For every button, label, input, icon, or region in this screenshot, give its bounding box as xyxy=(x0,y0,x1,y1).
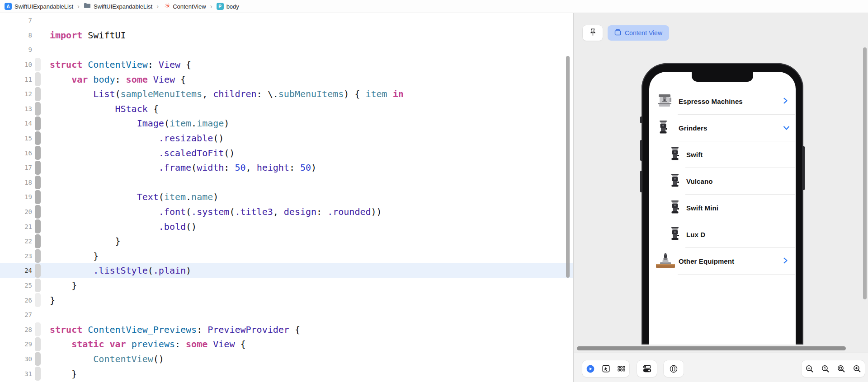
canvas-horizontal-scrollbar[interactable] xyxy=(577,346,846,350)
list-row-grinders[interactable]: Grinders xyxy=(649,115,796,141)
fold-ribbon xyxy=(35,102,41,116)
breadcrumb-item-swiftuiexpandablelist[interactable]: ASwiftUIExpandableList xyxy=(5,3,73,10)
code-line-9[interactable]: 9 xyxy=(0,42,573,57)
fold-ribbon xyxy=(35,87,41,101)
fold-ribbon xyxy=(35,205,41,219)
code-line-19[interactable]: 19 Text(item.name) xyxy=(0,190,573,205)
line-number: 13 xyxy=(0,105,32,112)
code-text: .resizable() xyxy=(50,133,224,144)
code-text: Text(item.name) xyxy=(50,191,218,202)
breadcrumb-label: body xyxy=(226,3,239,10)
grid-variants-button[interactable] xyxy=(618,365,625,373)
code-line-27[interactable]: 27 xyxy=(0,307,573,322)
device-settings-icon xyxy=(670,365,678,373)
code-text: } xyxy=(50,236,121,247)
code-line-23[interactable]: 23 } xyxy=(0,249,573,264)
code-line-8[interactable]: 8import SwiftUI xyxy=(0,28,573,43)
code-line-25[interactable]: 25 } xyxy=(0,278,573,293)
code-line-7[interactable]: 7 xyxy=(0,13,573,28)
line-number: 17 xyxy=(0,164,32,171)
volume-down-button xyxy=(640,171,642,192)
volume-up-button xyxy=(640,140,642,161)
line-number: 14 xyxy=(0,120,32,127)
breadcrumb-item-contentview[interactable]: ContentView xyxy=(163,2,206,11)
fold-ribbon xyxy=(35,161,41,175)
code-line-30[interactable]: 30 ContentView() xyxy=(0,352,573,367)
canvas-vertical-scrollbar[interactable] xyxy=(863,47,867,299)
live-preview-button[interactable] xyxy=(586,365,594,373)
zoom-fit-button[interactable] xyxy=(837,365,845,373)
variants-button[interactable] xyxy=(637,360,657,377)
code-text: struct ContentView: View { xyxy=(50,59,191,70)
device-settings-button[interactable] xyxy=(664,360,684,377)
breadcrumb-item-body[interactable]: Pbody xyxy=(217,3,239,10)
code-line-20[interactable]: 20 .font(.system(.title3, design: .round… xyxy=(0,205,573,219)
grinder-image xyxy=(669,200,681,216)
row-label: Espresso Machines xyxy=(679,88,743,115)
zoom-out-button[interactable] xyxy=(806,365,814,373)
breadcrumb-label: SwiftUIExpandableList xyxy=(94,3,152,10)
row-label: Lux D xyxy=(686,221,705,248)
code-line-28[interactable]: 28struct ContentView_Previews: PreviewPr… xyxy=(0,322,573,337)
editor-scrollbar[interactable] xyxy=(566,56,570,278)
code-line-26[interactable]: 26} xyxy=(0,293,573,307)
zoom-controls-group xyxy=(802,360,865,377)
row-label: Swift Mini xyxy=(686,195,718,221)
fold-ribbon xyxy=(35,337,41,351)
code-line-10[interactable]: 10struct ContentView: View { xyxy=(0,57,573,72)
code-line-11[interactable]: 11 var body: some View { xyxy=(0,72,573,87)
list-row-swift[interactable]: Swift xyxy=(649,141,796,168)
zoom-100-button[interactable] xyxy=(821,365,830,373)
breadcrumb: ASwiftUIExpandableList›SwiftUIExpandable… xyxy=(5,2,239,11)
line-number: 21 xyxy=(0,223,32,230)
list-row-espresso-machines[interactable]: Espresso Machines xyxy=(649,88,796,115)
line-number: 12 xyxy=(0,90,32,98)
grinder-image xyxy=(657,121,669,136)
preview-tab-content-view[interactable]: Content View xyxy=(608,25,669,41)
row-label: Other Equipment xyxy=(679,248,734,275)
code-line-14[interactable]: 14 Image(item.image) xyxy=(0,116,573,131)
espresso-machine-image xyxy=(657,94,673,109)
fold-ribbon xyxy=(35,58,41,72)
line-number: 8 xyxy=(0,32,32,39)
code-line-16[interactable]: 16 .scaledToFit() xyxy=(0,145,573,160)
list-row-swift-mini[interactable]: Swift Mini xyxy=(649,195,796,221)
row-separator xyxy=(678,274,795,275)
source-editor[interactable]: 78import SwiftUI910struct ContentView: V… xyxy=(0,13,573,382)
xcode-window: ASwiftUIExpandableList›SwiftUIExpandable… xyxy=(0,0,868,382)
grinder-image xyxy=(669,227,681,242)
breadcrumb-item-swiftuiexpandablelist[interactable]: SwiftUIExpandableList xyxy=(84,2,152,10)
chevron-right-icon xyxy=(783,257,788,266)
fold-ribbon xyxy=(35,234,41,248)
line-number: 9 xyxy=(0,46,32,53)
iphone-notch xyxy=(692,72,753,82)
list-row-vulcano[interactable]: Vulcano xyxy=(649,168,796,195)
line-number: 24 xyxy=(0,267,32,274)
code-text: struct ContentView_Previews: PreviewProv… xyxy=(50,324,300,335)
code-line-31[interactable]: 31 } xyxy=(0,366,573,381)
fold-ribbon xyxy=(35,116,41,130)
list-row-other-equipment[interactable]: Other Equipment xyxy=(649,248,796,275)
code-line-21[interactable]: 21 .bold() xyxy=(0,219,573,234)
code-line-13[interactable]: 13 HStack { xyxy=(0,102,573,116)
power-button xyxy=(803,146,805,190)
code-line-24[interactable]: 24 .listStyle(.plain) xyxy=(0,263,573,278)
fold-ribbon xyxy=(35,293,41,307)
line-number: 16 xyxy=(0,149,32,157)
line-number: 11 xyxy=(0,76,32,83)
code-line-22[interactable]: 22 } xyxy=(0,234,573,249)
list-row-lux-d[interactable]: Lux D xyxy=(649,221,796,248)
zoom-in-button[interactable] xyxy=(853,365,861,373)
code-text: HStack { xyxy=(50,103,159,114)
fold-ribbon xyxy=(35,264,41,278)
pin-preview-button[interactable] xyxy=(583,25,603,41)
code-line-17[interactable]: 17 .frame(width: 50, height: 50) xyxy=(0,160,573,175)
selectable-mode-button[interactable] xyxy=(602,365,610,373)
code-line-15[interactable]: 15 .resizable() xyxy=(0,131,573,146)
line-number: 19 xyxy=(0,193,32,200)
code-line-29[interactable]: 29 static var previews: some View { xyxy=(0,337,573,352)
line-number: 15 xyxy=(0,135,32,142)
line-number: 25 xyxy=(0,282,32,289)
code-line-12[interactable]: 12 List(sampleMenuItems, children: \.sub… xyxy=(0,87,573,102)
code-line-18[interactable]: 18 xyxy=(0,175,573,190)
